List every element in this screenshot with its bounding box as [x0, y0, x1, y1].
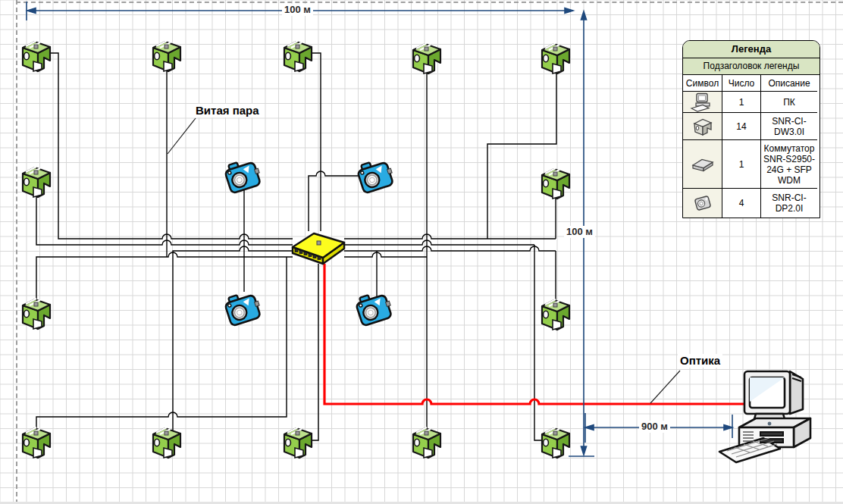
cable [344, 240, 534, 245]
camera-green-9[interactable] [539, 296, 572, 333]
legend-description: SNR-CI-DW3.0I [761, 113, 817, 140]
legend-count: 1 [722, 92, 761, 113]
legend-col-description: Описание [761, 75, 817, 92]
pc-workstation[interactable] [716, 362, 830, 472]
camera-green-12[interactable] [281, 424, 315, 461]
optics-label[interactable]: Оптика [678, 354, 722, 368]
legend-count: 1 [722, 140, 761, 189]
camera-green-11[interactable] [150, 424, 183, 461]
camera-blue-2[interactable] [356, 158, 394, 197]
legend-description: SNR-CI-DP2.0I [761, 189, 817, 218]
camera-green-10[interactable] [20, 424, 53, 461]
cable [309, 171, 362, 231]
arrowhead [585, 425, 594, 430]
camera-green-4[interactable] [410, 40, 443, 77]
legend-subtitle: Подзаголовок легенды [683, 58, 819, 75]
cable [173, 246, 293, 442]
optics-callout-line [650, 371, 680, 403]
cable [48, 53, 293, 239]
arrowhead [565, 8, 573, 14]
dimension-lines[interactable] [27, 2, 732, 456]
legend-col-count: Число [722, 75, 761, 92]
cable [344, 246, 556, 251]
dim-right-label[interactable]: 100 м [564, 226, 595, 238]
camera-blue-1[interactable] [224, 158, 262, 197]
network-switch[interactable] [288, 227, 349, 267]
legend-title: Легенда [683, 41, 819, 58]
cable [298, 53, 321, 231]
camera-green-5[interactable] [539, 40, 572, 77]
camera-blue-4[interactable] [355, 290, 393, 330]
switch-icon [683, 140, 722, 189]
legend-description: ПК [761, 92, 817, 113]
dim-900-label[interactable]: 900 м [639, 421, 670, 433]
cable [344, 252, 427, 257]
legend-count: 4 [722, 189, 761, 218]
cable [36, 257, 287, 442]
camera-blue-3[interactable] [224, 290, 262, 330]
cable [344, 234, 556, 239]
twisted-pair-label[interactable]: Витая пара [193, 104, 262, 117]
camera-green-3[interactable] [281, 38, 315, 74]
camera-green-7[interactable] [539, 165, 572, 202]
bullet-camera-icon [683, 113, 722, 140]
camera-green-14[interactable] [539, 424, 572, 461]
camera-green-8[interactable] [20, 296, 53, 332]
camera-green-2[interactable] [150, 38, 183, 74]
dome-camera-icon [683, 189, 722, 218]
arrowhead [581, 11, 587, 20]
legend-count: 14 [722, 113, 761, 140]
camera-green-1[interactable] [20, 38, 53, 74]
cable [299, 264, 318, 440]
arrowhead [27, 8, 36, 14]
legend[interactable]: Легенда Подзаголовок легенды Символ Числ… [682, 40, 820, 218]
arrowhead [581, 446, 587, 455]
drawing-canvas: Витая пара Оптика 100 м 100 м 900 м Леге… [0, 0, 843, 504]
camera-green-6[interactable] [20, 164, 53, 200]
dim-top-label[interactable]: 100 м [282, 4, 313, 16]
fiber-optic-cable[interactable] [324, 264, 773, 404]
legend-description: Коммутатор SNR-S2950-24G + SFP WDM [761, 140, 817, 189]
cable [487, 57, 556, 239]
twisted-pair-callout-line [168, 118, 196, 154]
cable [534, 245, 556, 440]
camera-green-13[interactable] [410, 424, 443, 461]
legend-col-symbol: Символ [683, 75, 722, 92]
pc-icon [683, 92, 722, 113]
